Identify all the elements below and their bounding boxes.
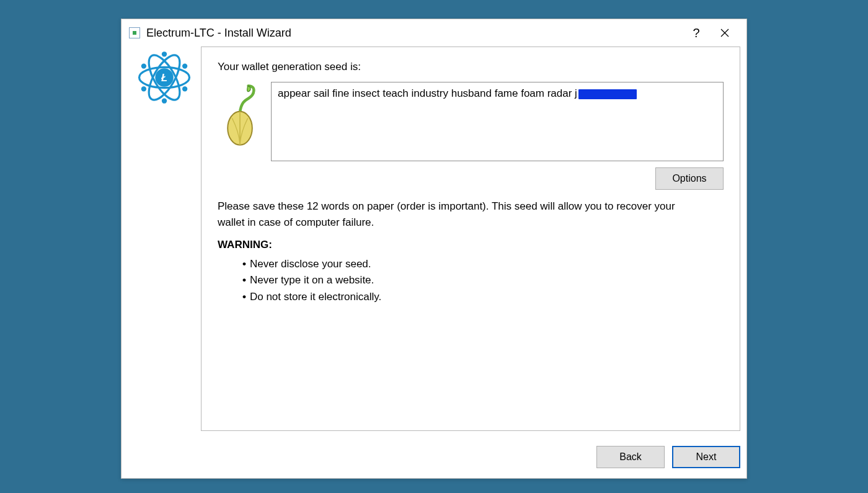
instructions-text: Please save these 12 words on paper (ord…	[218, 198, 695, 230]
warning-item: Do not store it electronically.	[242, 289, 724, 305]
back-button[interactable]: Back	[596, 446, 665, 468]
warning-heading: WARNING:	[218, 239, 724, 251]
close-icon	[720, 29, 729, 37]
help-button[interactable]: ?	[682, 23, 711, 43]
electrum-ltc-logo-icon: Ł	[136, 49, 193, 431]
close-button[interactable]	[711, 23, 739, 43]
seed-redacted-portion	[578, 89, 637, 99]
seed-heading: Your wallet generation seed is:	[218, 61, 724, 73]
options-button[interactable]: Options	[655, 167, 724, 190]
content-panel: Your wallet generation seed is: appear s…	[201, 47, 740, 431]
window-title: Electrum-LTC - Install Wizard	[146, 27, 291, 40]
warning-list: Never disclose your seed. Never type it …	[218, 256, 724, 305]
install-wizard-window: Electrum-LTC - Install Wizard ? Ł	[121, 19, 747, 479]
svg-text:Ł: Ł	[161, 72, 167, 84]
seed-sprout-icon	[218, 82, 262, 152]
window-body: Ł Your wallet generation seed is:	[122, 47, 746, 438]
app-icon	[129, 27, 140, 38]
warning-item: Never type it on a website.	[242, 272, 724, 288]
svg-point-7	[162, 51, 167, 56]
svg-point-11	[141, 86, 146, 91]
warning-item: Never disclose your seed.	[242, 256, 724, 272]
svg-point-9	[141, 63, 146, 68]
seed-textbox[interactable]: appear sail fine insect teach industry h…	[271, 82, 724, 161]
seed-words: appear sail fine insect teach industry h…	[278, 87, 577, 99]
sidebar: Ł	[128, 47, 201, 431]
next-button[interactable]: Next	[672, 446, 740, 468]
svg-point-8	[162, 99, 167, 104]
svg-point-10	[182, 63, 187, 68]
svg-point-12	[182, 86, 187, 91]
titlebar: Electrum-LTC - Install Wizard ?	[122, 19, 746, 47]
footer: Back Next	[122, 438, 746, 478]
options-row: Options	[218, 167, 724, 190]
seed-row: appear sail fine insect teach industry h…	[218, 82, 724, 161]
